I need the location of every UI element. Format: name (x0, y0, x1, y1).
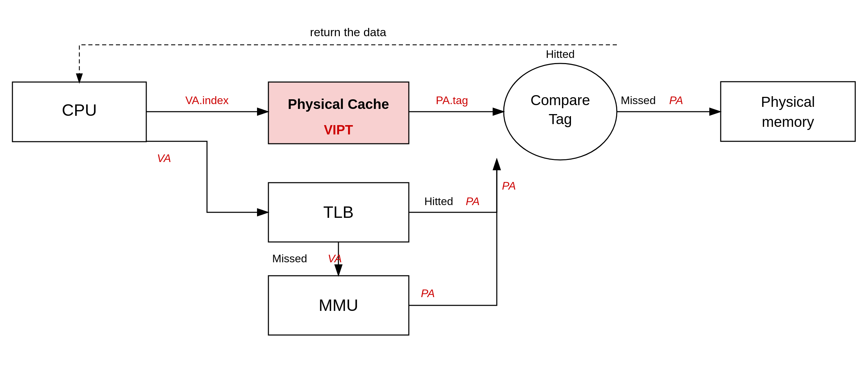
pa-mmu-label: PA (421, 287, 435, 300)
va-label: VA (157, 152, 171, 164)
physical-memory-label2: memory (762, 114, 814, 130)
hitted-pa-label: Hitted (424, 195, 453, 207)
mmu-to-compare-arrow (409, 160, 497, 305)
compare-tag-label2: Tag (549, 111, 572, 127)
missed-tlb-label: Missed (272, 252, 307, 265)
physical-memory-box (721, 82, 855, 141)
compare-tag-label: Compare (531, 92, 590, 108)
mmu-label: MMU (319, 296, 358, 314)
physical-memory-label: Physical (761, 94, 815, 110)
diagram-container: CPU Physical Cache VIPT Compare Tag Phys… (0, 0, 868, 375)
hitted-pa-red-label: PA (466, 195, 480, 207)
vipt-label: VIPT (324, 123, 353, 137)
diagram-svg: CPU Physical Cache VIPT Compare Tag Phys… (0, 0, 868, 375)
pa-tag-label: PA.tag (436, 94, 468, 107)
pa-tlb-compare-label: PA (502, 180, 516, 192)
hitted-top-label: Hitted (546, 48, 575, 60)
missed-right-label: Missed (621, 94, 655, 107)
va-mmu-label: VA (328, 252, 342, 265)
va-index-label: VA.index (185, 94, 229, 107)
pa-right-label: PA (669, 94, 683, 107)
cpu-label: CPU (62, 101, 97, 119)
tlb-label: TLB (323, 203, 354, 221)
return-data-label: return the data (310, 26, 386, 39)
physical-cache-label: Physical Cache (288, 97, 389, 112)
